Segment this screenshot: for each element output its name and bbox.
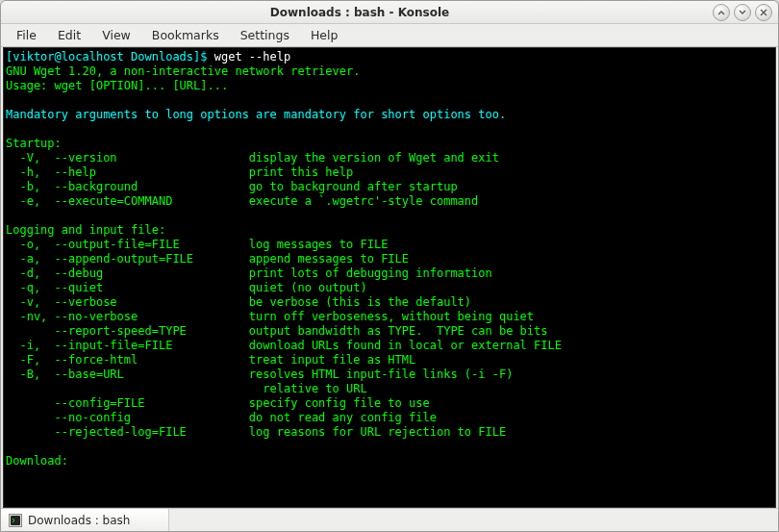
menu-edit[interactable]: Edit [48,25,90,45]
option-line: -B, --base=URL resolves HTML input-file … [6,367,513,381]
close-button[interactable] [755,4,772,21]
option-line: --no-config do not read any config file [6,411,437,424]
menu-bar: File Edit View Bookmarks Settings Help [1,24,778,47]
option-line: relative to URL [6,382,367,395]
option-line: --rejected-log=FILE log reasons for URL … [6,425,506,439]
option-line: -i, --input-file=FILE download URLs foun… [6,339,562,352]
maximize-button[interactable] [734,4,751,21]
output-line: Usage: wget [OPTION]... [URL]... [6,79,228,92]
terminal-view[interactable]: [viktor@localhost Downloads]$ wget --hel… [3,47,776,508]
section-header: Download: [6,454,68,468]
option-line: -o, --output-file=FILE log messages to F… [6,238,388,251]
menu-help[interactable]: Help [301,25,348,45]
option-line: -e, --execute=COMMAND execute a `.wgetrc… [6,194,478,208]
option-line: --config=FILE specify config file to use [6,396,430,410]
menu-file[interactable]: File [7,25,46,45]
section-header: Logging and input file: [6,223,165,237]
option-line: -nv, --no-verbose turn off verboseness, … [6,310,534,323]
option-line: -a, --append-output=FILE append messages… [6,252,409,266]
menu-settings[interactable]: Settings [231,25,299,45]
shell-prompt: [viktor@localhost Downloads]$ [6,50,214,63]
section-header: Startup: [6,137,62,150]
option-line: -v, --verbose be verbose (this is the de… [6,295,471,309]
menu-bookmarks[interactable]: Bookmarks [142,25,229,45]
menu-view[interactable]: View [92,25,140,45]
option-line: -d, --debug print lots of debugging info… [6,266,492,280]
option-line: -b, --background go to background after … [6,180,458,193]
command-input: wget --help [214,50,290,63]
tab-downloads-bash[interactable]: Downloads : bash [1,509,169,531]
option-line: --report-speed=TYPE output bandwidth as … [6,324,548,338]
output-line: GNU Wget 1.20, a non-interactive network… [6,64,360,78]
option-line: -V, --version display the version of Wge… [6,151,499,165]
minimize-button[interactable] [713,4,730,21]
output-line: Mandatory arguments to long options are … [6,108,506,121]
option-line: -h, --help print this help [6,165,353,179]
option-line: -F, --force-html treat input file as HTM… [6,353,415,367]
status-bar: Downloads : bash [1,508,778,531]
option-line: -q, --quiet quiet (no output) [6,281,367,294]
window-controls [713,4,772,21]
tab-label: Downloads : bash [28,514,130,527]
konsole-window: Downloads : bash - Konsole File Edit Vie… [0,0,779,532]
title-bar[interactable]: Downloads : bash - Konsole [1,1,778,24]
terminal-icon [9,514,22,527]
svg-rect-0 [11,516,20,525]
window-title: Downloads : bash - Konsole [7,6,713,19]
